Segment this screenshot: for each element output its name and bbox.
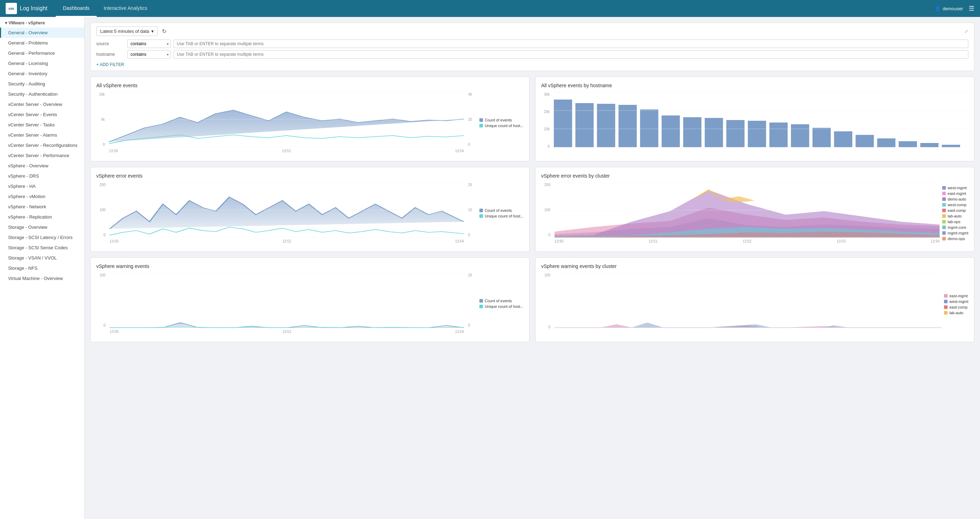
svg-rect-9 [683, 117, 702, 147]
svg-rect-4 [575, 103, 594, 147]
legend-item: demo-ops [942, 236, 968, 241]
time-label: Latest 5 minutes of data [100, 29, 149, 34]
y-right-label: 40 [468, 93, 472, 96]
chart-inner: 200 100 0 [541, 183, 968, 243]
sidebar-item-vsphere-replication[interactable]: vSphere - Replication [0, 212, 84, 222]
y-label: 200 [99, 183, 105, 187]
y-label: 5k [101, 118, 105, 121]
sidebar-item-vm-overview[interactable]: Virtual Machine - Overview [0, 273, 84, 284]
sidebar-item-storage-overview[interactable]: Storage - Overview [0, 222, 84, 232]
sidebar-item-general-overview[interactable]: General - Overview [0, 27, 84, 38]
legend-color [942, 186, 946, 190]
nav-interactive-analytics[interactable]: Interactive Analytics [97, 0, 154, 17]
sidebar-item-storage-nfs[interactable]: Storage - NFS [0, 263, 84, 273]
sidebar-item-vsphere-ha[interactable]: vSphere - HA [0, 181, 84, 192]
sidebar-item-general-performance[interactable]: General - Performance [0, 48, 84, 58]
sidebar-item-security-authentication[interactable]: Security - Authentication [0, 89, 84, 99]
legend-item: east-comp [942, 208, 968, 212]
svg-rect-3 [554, 99, 572, 147]
add-filter-button[interactable]: + ADD FILTER [96, 61, 968, 67]
x-label: 13:52 [743, 240, 751, 243]
x-label: 13:50 [110, 330, 119, 334]
sidebar-item-storage-vsan[interactable]: Storage - VSAN / VVOL [0, 253, 84, 263]
svg-rect-7 [640, 109, 658, 147]
svg-rect-19 [899, 141, 917, 147]
svg-rect-13 [769, 123, 788, 147]
nav-dashboards[interactable]: Dashboards [56, 0, 97, 17]
hostname-operator-select[interactable]: contains does not contain matches [127, 50, 171, 59]
time-chevron-icon: ▾ [151, 29, 154, 34]
svg-rect-16 [834, 131, 852, 147]
source-filter-input[interactable] [173, 40, 968, 48]
legend-color [479, 214, 483, 218]
svg-rect-10 [705, 118, 723, 147]
sidebar-item-security-auditing[interactable]: Security - Auditing [0, 79, 84, 89]
legend-label: demo-auto [948, 197, 966, 201]
x-label: 13:52 [282, 240, 291, 243]
chart-title: vSphere error events [96, 173, 523, 179]
sidebar-item-vsphere-overview[interactable]: vSphere - Overview [0, 161, 84, 171]
source-operator-select[interactable]: contains does not contain matches [127, 40, 171, 48]
chart-legend: Count of events Unique count of host... [479, 183, 523, 243]
legend-label: Count of events [485, 118, 512, 122]
sidebar-item-vcenter-alarms[interactable]: vCenter Server - Alarms [0, 130, 84, 140]
legend-color [942, 225, 946, 229]
svg-rect-20 [920, 143, 939, 147]
legend-label: west-mgmt [948, 186, 967, 190]
sidebar-item-storage-scsi-latency[interactable]: Storage - SCSI Latency / Errors [0, 232, 84, 243]
legend-color [942, 220, 946, 224]
hostname-filter-input[interactable] [173, 50, 968, 59]
x-label: 13:54 [455, 240, 464, 243]
sidebar-group-label: VMware - vSphere [8, 21, 45, 26]
y-label: 100 [99, 273, 105, 277]
legend-item: Unique count of host... [479, 304, 523, 308]
y-label: 0 [103, 233, 105, 237]
legend-list: Count of events Unique count of host... [479, 299, 523, 308]
sidebar-item-vsphere-network[interactable]: vSphere - Network [0, 201, 84, 212]
legend-color [942, 214, 946, 218]
user-menu[interactable]: 👤 demouser [935, 6, 963, 11]
legend-label: lab-auto [948, 214, 962, 218]
legend-label: Count of events [485, 208, 512, 212]
sidebar-item-vsphere-vmotion[interactable]: vSphere - vMotion [0, 192, 84, 201]
legend-item: east-mgmt [942, 192, 968, 196]
y-right-label: 0 [468, 143, 470, 147]
y-right-label: 20 [468, 183, 472, 187]
hamburger-icon[interactable]: ☰ [969, 5, 974, 12]
legend-color [479, 305, 483, 308]
sidebar-item-vcenter-reconfigurations[interactable]: vCenter Server - Reconfigurations [0, 140, 84, 150]
sidebar-item-general-inventory[interactable]: General - Inventory [0, 69, 84, 79]
sidebar-item-vsphere-drs[interactable]: vSphere - DRS [0, 171, 84, 181]
legend-color [944, 311, 948, 315]
expand-icon[interactable]: ⤢ [964, 29, 968, 34]
chart-vsphere-warning-events: vSphere warning events 100 0 [90, 257, 530, 342]
hostname-filter-row: hostname contains does not contain match… [96, 50, 968, 59]
refresh-button[interactable]: ↻ [162, 28, 167, 35]
chart-inner: 30k 20k 10k 0 [541, 93, 968, 155]
legend-item: east-comp [944, 305, 968, 309]
sidebar-item-vcenter-events[interactable]: vCenter Server - Events [0, 109, 84, 120]
chart-vsphere-error-events-cluster: vSphere error events by cluster 200 100 … [535, 167, 974, 252]
sidebar-item-storage-scsi-sense[interactable]: Storage - SCSI Sense Codes [0, 243, 84, 253]
legend-label: Count of events [485, 299, 512, 303]
legend-label: lab-ops [948, 220, 960, 224]
sidebar-item-vcenter-performance[interactable]: vCenter Server - Performance [0, 150, 84, 161]
chart-svg-area [554, 93, 968, 155]
logo[interactable]: vm Log Insight [6, 3, 47, 14]
sidebar-group-header: ▾ VMware - vSphere [0, 17, 84, 27]
y-label: 0 [548, 233, 550, 237]
legend-item: mgmt-core [942, 225, 968, 230]
sidebar-item-general-licensing[interactable]: General - Licensing [0, 58, 84, 69]
chart-title: vSphere error events by cluster [541, 173, 968, 179]
svg-rect-14 [791, 124, 809, 147]
sidebar-item-vcenter-tasks[interactable]: vCenter Server - Tasks [0, 120, 84, 130]
legend-color [479, 118, 483, 122]
y-right-label: 20 [468, 273, 472, 277]
sidebar-item-vcenter-overview[interactable]: vCenter Server - Overview [0, 99, 84, 109]
chart-svg-area: 13:50 13:52 13:54 [110, 273, 464, 334]
time-selector[interactable]: Latest 5 minutes of data ▾ [96, 27, 158, 36]
chart-title: vSphere warning events [96, 263, 523, 269]
app-header: vm Log Insight Dashboards Interactive An… [0, 0, 980, 17]
y-right-label: 10 [468, 208, 472, 212]
sidebar-item-general-problems[interactable]: General - Problems [0, 38, 84, 48]
